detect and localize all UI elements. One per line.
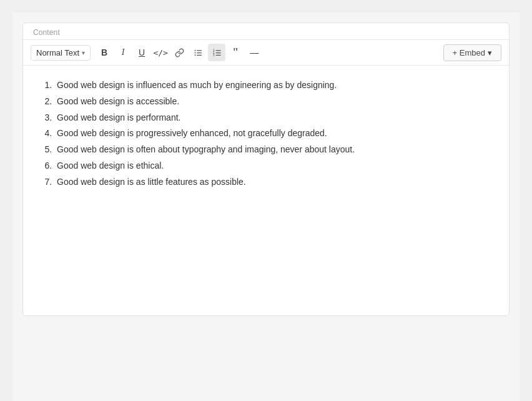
quote-button[interactable]: " [227, 44, 244, 61]
link-button[interactable] [170, 44, 188, 61]
editor-container: Content Normal Text ▾ B I U </> [22, 22, 510, 316]
editor-content[interactable]: Good web design is influenced as much by… [23, 66, 509, 315]
content-list: Good web design is influenced as much by… [42, 78, 490, 190]
svg-point-3 [194, 49, 195, 51]
svg-text:3.: 3. [212, 52, 215, 56]
bold-button[interactable]: B [96, 44, 113, 61]
content-label: Content [23, 23, 509, 39]
page-wrapper: Content Normal Text ▾ B I U </> [12, 12, 520, 401]
dash-button[interactable]: — [245, 44, 263, 61]
italic-button[interactable]: I [114, 44, 132, 61]
text-style-select[interactable]: Normal Text ▾ [31, 45, 91, 61]
list-item: Good web design is accessible. [54, 94, 490, 109]
text-style-label: Normal Text [36, 48, 79, 57]
list-item: Good web design is as little features as… [54, 175, 490, 190]
code-button[interactable]: </> [152, 44, 169, 61]
embed-button[interactable]: + Embed ▾ [443, 44, 501, 61]
list-item: Good web design is often about typograph… [54, 142, 490, 157]
embed-chevron-icon: ▾ [488, 48, 492, 57]
list-item: Good web design is progressively enhance… [54, 126, 490, 141]
underline-button[interactable]: U [133, 44, 150, 61]
list-item: Good web design is ethical. [54, 159, 490, 174]
toolbar: Normal Text ▾ B I U </> [23, 39, 509, 66]
list-item: Good web design is influenced as much by… [54, 78, 490, 93]
embed-label: + Embed [453, 48, 485, 57]
unordered-list-button[interactable] [189, 44, 207, 61]
ordered-list-button[interactable]: 1. 2. 3. [208, 44, 225, 61]
text-style-chevron: ▾ [82, 49, 85, 56]
svg-point-4 [194, 52, 195, 53]
list-item: Good web design is performant. [54, 111, 490, 126]
svg-point-5 [194, 54, 195, 56]
